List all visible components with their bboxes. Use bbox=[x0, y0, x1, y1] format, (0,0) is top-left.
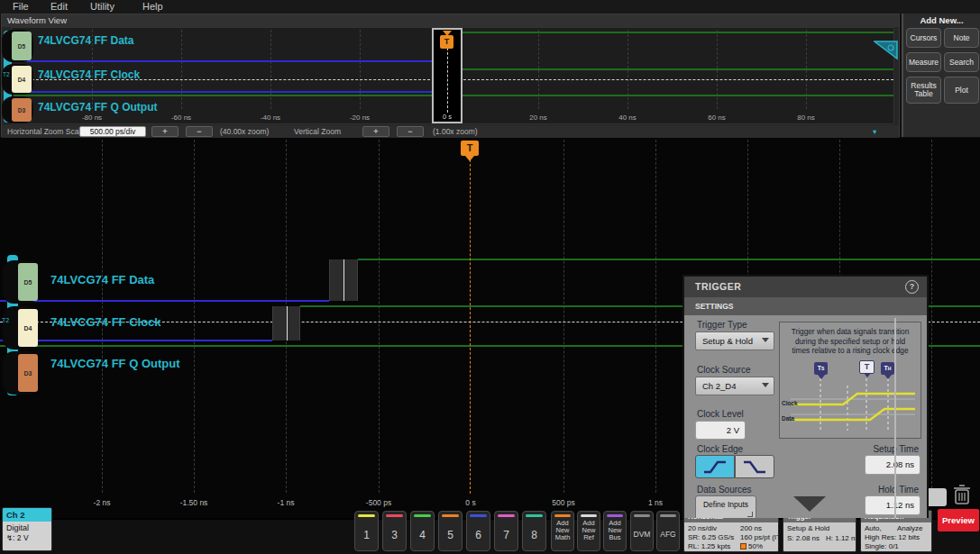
h-scale: 20 ns/div bbox=[688, 524, 717, 532]
add-note-button[interactable]: Note bbox=[944, 28, 979, 48]
axis-tick: -80 ns bbox=[82, 114, 102, 122]
axis-tick: -500 ps bbox=[366, 498, 391, 507]
h-zoom-readout: (40.00x zoom) bbox=[220, 127, 269, 136]
tab-settings[interactable]: SETTINGS bbox=[684, 297, 927, 315]
trigger-position-line bbox=[470, 159, 471, 494]
channel-label-data[interactable]: 74LVCG74 FF Data bbox=[50, 273, 154, 286]
expansion-point-icon[interactable] bbox=[874, 41, 899, 60]
gridline bbox=[379, 140, 380, 493]
menu-utility[interactable]: Utility bbox=[90, 1, 114, 12]
axis-tick: 0 s bbox=[465, 498, 475, 507]
h-sample-rate: SR: 6.25 GS/s bbox=[688, 533, 734, 541]
add-new-bus-button[interactable]: Add New Bus bbox=[603, 511, 627, 551]
axis-tick: 80 ns bbox=[797, 114, 815, 122]
dvm-button[interactable]: DVM bbox=[630, 511, 654, 551]
v-zoom-minus-button[interactable]: − bbox=[397, 126, 424, 137]
acq-analyze: Analyze bbox=[897, 524, 922, 532]
channel-color-bar bbox=[607, 514, 623, 517]
channel-color-bar bbox=[442, 514, 459, 517]
acq-resolution: High Res: 12 bits bbox=[865, 533, 920, 541]
overview-zoom-box[interactable]: T 0 s bbox=[432, 28, 463, 123]
add-search-button[interactable]: Search bbox=[944, 52, 979, 72]
channel-label-clock[interactable]: 74LVCG74 FF Clock bbox=[38, 68, 140, 81]
clock-level-label: Clock Level bbox=[697, 409, 744, 419]
menu-edit[interactable]: Edit bbox=[50, 1, 68, 12]
description-line: times relative to a rising clock edge bbox=[780, 346, 920, 356]
add-new-math-button[interactable]: Add New Math bbox=[551, 511, 574, 551]
channel-4-button[interactable]: 4 bbox=[410, 511, 435, 551]
digital-bit-badge-d4[interactable]: D4 bbox=[18, 309, 38, 347]
add-cursors-button[interactable]: Cursors bbox=[906, 28, 941, 48]
channel-5-button[interactable]: 5 bbox=[438, 511, 463, 551]
waveform-view-title: Waveform View bbox=[2, 14, 899, 27]
falling-edge-button[interactable] bbox=[735, 455, 774, 478]
trigger-panel-header[interactable]: TRIGGER ? bbox=[684, 277, 927, 297]
trash-icon[interactable] bbox=[950, 483, 974, 506]
digital-bit-badge-d3[interactable]: D3 bbox=[18, 354, 38, 392]
description-line: Trigger when data signals transition bbox=[780, 327, 920, 337]
acq-mode: Auto, bbox=[865, 524, 882, 532]
add-plot-button[interactable]: Plot bbox=[944, 77, 979, 104]
clock-source-dropdown[interactable]: Ch 2_D4 bbox=[695, 377, 774, 395]
rising-edge-icon bbox=[702, 459, 728, 475]
setup-time-label: Setup Time bbox=[829, 444, 919, 454]
h-position: 50% bbox=[740, 542, 763, 550]
digital-bit-badge-d3[interactable]: D3 bbox=[12, 98, 32, 122]
channel-color-bar bbox=[634, 514, 650, 517]
h-zoom-plus-button[interactable]: + bbox=[151, 126, 179, 137]
axis-tick: 60 ns bbox=[708, 114, 726, 122]
help-icon[interactable]: ? bbox=[905, 280, 919, 294]
channel-2-threshold: ↯: 2 V bbox=[6, 533, 51, 543]
h-record-length: RL: 1.25 kpts bbox=[688, 542, 730, 550]
gridline bbox=[181, 30, 182, 109]
trigger-source-marker: T2 bbox=[3, 71, 10, 77]
afg-button[interactable]: AFG bbox=[656, 511, 680, 551]
channel-label-q-output[interactable]: 74LVCG74 FF Q Output bbox=[50, 357, 180, 370]
clock-level-field[interactable]: 2 V bbox=[695, 421, 746, 440]
digital-bit-badge-d4[interactable]: D4 bbox=[12, 66, 32, 93]
menu-file[interactable]: File bbox=[13, 1, 29, 12]
channel-label-q-output[interactable]: 74LVCG74 FF Q Output bbox=[38, 101, 157, 114]
data-sources-label: Data Sources bbox=[697, 485, 752, 495]
channel-label-clock[interactable]: 74LVCG74 FF Clock bbox=[50, 315, 161, 329]
h-zoom-minus-button[interactable]: − bbox=[186, 126, 213, 137]
channel-6-button[interactable]: 6 bbox=[466, 511, 490, 551]
digital-bit-badge-d5[interactable]: D5 bbox=[18, 263, 38, 301]
define-inputs-button[interactable]: Define Inputs bbox=[695, 495, 756, 518]
trigger-type-dropdown[interactable]: Setup & Hold bbox=[695, 331, 774, 350]
hold-time-field[interactable]: 1.12 ns bbox=[865, 495, 920, 515]
channel-2-badge[interactable]: Ch 2 Digital ↯: 2 V bbox=[2, 507, 52, 551]
h-zoom-scale-input[interactable]: 500.00 ps/div bbox=[79, 126, 146, 137]
channel-1-button[interactable]: 1 bbox=[354, 511, 379, 551]
data-low-trace bbox=[0, 300, 329, 302]
digital-bit-badge-d5[interactable]: D5 bbox=[12, 32, 32, 60]
data-high-trace bbox=[463, 32, 893, 33]
channel-8-button[interactable]: 8 bbox=[522, 511, 546, 551]
menu-help[interactable]: Help bbox=[142, 1, 163, 12]
channel-3-button[interactable]: 3 bbox=[382, 511, 407, 551]
setup-time-field[interactable]: 2.08 ns bbox=[865, 455, 920, 475]
data-high-trace bbox=[358, 259, 980, 260]
zoom-box-time-label: 0 s bbox=[434, 113, 461, 121]
add-new-ref-button[interactable]: Add New Ref bbox=[577, 511, 600, 551]
panel-scrollbar[interactable] bbox=[894, 318, 896, 518]
channel-7-button[interactable]: 7 bbox=[494, 511, 518, 551]
add-results-table-button[interactable]: Results Table bbox=[906, 77, 941, 104]
trigger-setup: S: 2.08 ns bbox=[787, 534, 820, 542]
description-line: during the specified setup or hold bbox=[780, 337, 920, 347]
rising-edge-button[interactable] bbox=[695, 455, 735, 478]
channel-color-bar bbox=[526, 514, 543, 517]
h-window: 200 ns bbox=[740, 524, 762, 532]
channel-label-data[interactable]: 74LVCG74 FF Data bbox=[38, 34, 133, 47]
trigger-flag-icon[interactable]: T bbox=[461, 141, 479, 156]
channel-color-bar bbox=[498, 514, 515, 517]
menu-bar: File Edit Utility Help bbox=[0, 0, 980, 14]
preview-button[interactable]: Preview bbox=[938, 509, 979, 531]
add-measure-button[interactable]: Measure bbox=[906, 52, 941, 72]
channel-color-bar bbox=[414, 514, 431, 517]
gridline bbox=[563, 140, 564, 493]
trigger-description-box: Trigger when data signals transition dur… bbox=[779, 322, 921, 439]
collapse-chevron-icon[interactable]: ▾ bbox=[873, 127, 876, 136]
trigger-flag-icon[interactable]: T bbox=[440, 35, 453, 49]
v-zoom-plus-button[interactable]: + bbox=[362, 126, 389, 137]
